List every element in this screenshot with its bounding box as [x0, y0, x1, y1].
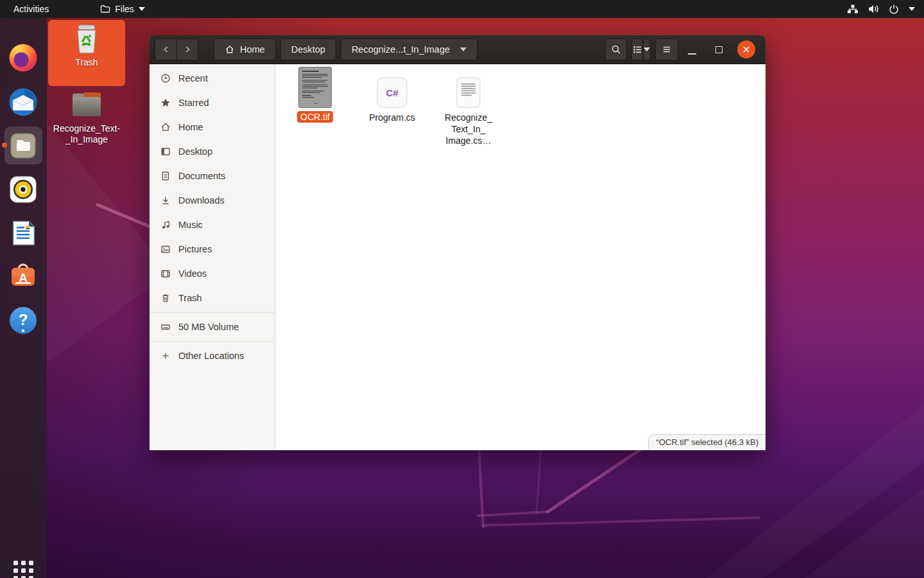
view-options-button[interactable]: [643, 39, 651, 60]
picture-icon: [160, 244, 171, 254]
desktop-icon: [160, 146, 171, 157]
activities-button[interactable]: Activities: [11, 4, 51, 14]
folder-label-line: _In_Image: [65, 134, 108, 145]
back-button[interactable]: [155, 39, 176, 60]
text-file-icon: [456, 67, 481, 108]
power-icon[interactable]: [889, 4, 899, 14]
chevron-right-icon: [182, 44, 193, 55]
sidebar-item-home[interactable]: Home: [150, 115, 275, 139]
libreoffice-writer-icon[interactable]: [8, 218, 38, 249]
file-name-line: Recognize_: [445, 112, 492, 123]
header-bar: Home Desktop Recognize...t_In_Image: [150, 35, 766, 64]
file-name: OCR.tif: [297, 111, 333, 123]
thunderbird-icon[interactable]: [8, 87, 38, 118]
path-current-button[interactable]: Recognize...t_In_Image: [341, 39, 477, 60]
rhythmbox-icon[interactable]: [8, 174, 38, 205]
show-applications-icon[interactable]: [13, 561, 33, 578]
desktop-trash[interactable]: Trash: [48, 20, 125, 86]
dock: A ?: [0, 18, 47, 578]
menu-button[interactable]: [655, 39, 678, 60]
sidebar: Recent Starred Home Desktop Documents Do…: [150, 64, 275, 450]
sidebar-item-videos[interactable]: Videos: [150, 261, 275, 286]
sidebar-item-starred[interactable]: Starred: [150, 91, 275, 115]
files-icon[interactable]: [8, 130, 38, 161]
file-recognize-cs[interactable]: Recognize_ Text_In_ Image.cs…: [430, 67, 507, 146]
sidebar-item-downloads[interactable]: Downloads: [150, 188, 275, 213]
folder-icon: [100, 4, 110, 14]
close-icon: [742, 46, 750, 53]
chevron-down-icon: [460, 48, 466, 51]
sidebar-label: Desktop: [178, 146, 212, 157]
sidebar-label: Videos: [178, 268, 207, 279]
app-menu-files[interactable]: Files: [98, 4, 148, 14]
sidebar-label: 50 MB Volume: [178, 322, 239, 332]
file-name: Program.cs: [369, 112, 415, 123]
maximize-button[interactable]: [705, 46, 732, 53]
sidebar-label: Home: [178, 122, 203, 132]
download-icon: [160, 195, 171, 206]
app-menu-label: Files: [115, 4, 134, 14]
chevron-down-icon[interactable]: [909, 7, 915, 11]
file-ocr-tif[interactable]: OCR.tif: [277, 67, 354, 123]
minimize-button[interactable]: [678, 44, 705, 55]
sidebar-item-music[interactable]: Music: [150, 213, 275, 237]
path-desktop-label: Desktop: [291, 44, 325, 55]
view-list-button[interactable]: [631, 39, 643, 60]
sidebar-label: Starred: [178, 98, 209, 108]
volume-icon[interactable]: [868, 4, 879, 14]
sidebar-item-recent[interactable]: Recent: [150, 66, 275, 91]
sidebar-item-volume[interactable]: 50 MB Volume: [150, 315, 275, 339]
sidebar-item-pictures[interactable]: Pictures: [150, 237, 275, 261]
drive-icon: [160, 322, 171, 332]
video-icon: [160, 268, 171, 279]
network-icon[interactable]: [847, 4, 859, 14]
path-home-label: Home: [240, 44, 265, 55]
sidebar-item-documents[interactable]: Documents: [150, 164, 275, 188]
chevron-down-icon: [139, 7, 145, 11]
chevron-left-icon: [161, 44, 171, 55]
firefox-icon[interactable]: [8, 42, 38, 73]
home-icon: [160, 122, 171, 132]
path-bar: Home Desktop Recognize...t_In_Image: [214, 39, 477, 60]
sidebar-label: Music: [178, 220, 203, 230]
help-icon[interactable]: ?: [8, 305, 38, 336]
sidebar-separator: [150, 341, 275, 342]
file-program-cs[interactable]: C# Program.cs: [354, 67, 431, 123]
tif-thumbnail-icon: [298, 67, 332, 108]
desktop-folder-recognize[interactable]: Recognize_Text- _In_Image: [48, 89, 125, 150]
ubuntu-software-icon[interactable]: A: [8, 261, 38, 292]
music-icon: [160, 220, 171, 230]
forward-button[interactable]: [176, 39, 198, 60]
recent-icon: [160, 73, 171, 83]
folder-icon: [71, 89, 102, 121]
file-name-line: Image.cs…: [446, 135, 492, 146]
search-button[interactable]: [605, 39, 627, 60]
file-view[interactable]: OCR.tif C# Program.cs: [275, 64, 766, 450]
minimize-icon: [688, 53, 696, 55]
top-bar: Activities Files: [0, 0, 924, 18]
path-desktop-button[interactable]: Desktop: [280, 39, 336, 60]
document-icon: [160, 171, 171, 181]
dock-running-indicator: [2, 143, 7, 148]
sidebar-item-desktop[interactable]: Desktop: [150, 139, 275, 164]
sidebar-label: Documents: [178, 171, 225, 181]
path-current-label: Recognize...t_In_Image: [352, 44, 450, 55]
status-text: “OCR.tif” selected (46.3 kB): [656, 437, 758, 447]
hamburger-icon: [662, 44, 672, 55]
sidebar-label: Recent: [178, 73, 208, 83]
sidebar-separator: [150, 312, 275, 313]
csharp-file-icon: C#: [377, 67, 407, 108]
folder-label-line: Recognize_Text-: [53, 123, 120, 134]
status-bar: “OCR.tif” selected (46.3 kB): [648, 434, 766, 450]
trash-can-icon: [72, 23, 101, 55]
file-name-line: Text_In_: [452, 123, 486, 135]
trash-label: Trash: [75, 57, 98, 68]
path-home-button[interactable]: Home: [214, 39, 276, 60]
home-icon: [225, 44, 235, 55]
sidebar-item-other-locations[interactable]: Other Locations: [150, 344, 275, 368]
sidebar-item-trash[interactable]: Trash: [150, 286, 275, 310]
svg-text:?: ?: [19, 311, 28, 328]
plus-icon: [160, 351, 171, 361]
close-button[interactable]: [732, 40, 760, 58]
trash-icon: [160, 293, 171, 303]
